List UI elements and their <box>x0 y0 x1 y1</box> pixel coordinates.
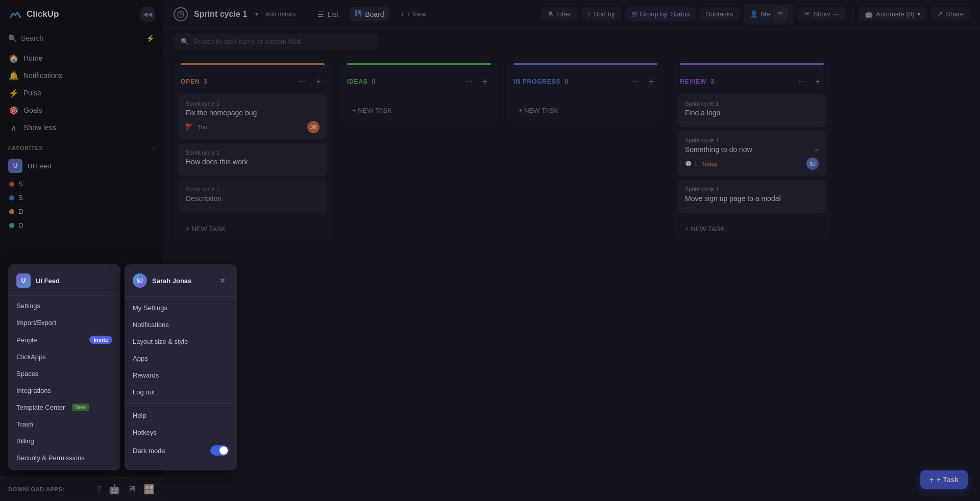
trash-label: Trash <box>16 420 33 428</box>
dark-mode-row[interactable]: Dark mode <box>125 441 237 460</box>
invite-badge: Invite <box>89 336 112 344</box>
security-label: Security & Permissions <box>16 454 85 462</box>
user-menu-my-settings[interactable]: My Settings <box>125 299 237 316</box>
user-menu-rewards[interactable]: Rewards <box>125 367 237 384</box>
people-label: People <box>16 336 37 344</box>
menu-item-clickapps[interactable]: ClickApps <box>8 348 120 365</box>
apps-label: Apps <box>133 355 148 362</box>
user-name: Sarah Jonas <box>152 277 191 285</box>
user-menu-notifications[interactable]: Notifications <box>125 316 237 333</box>
billing-label: Billing <box>16 437 34 445</box>
user-menu-container: U UI Feed Settings Import/Export People … <box>8 264 237 470</box>
user-menu-help[interactable]: Help <box>125 407 237 424</box>
new-badge: New <box>72 404 89 411</box>
menu-item-template-center[interactable]: Template Center New <box>8 399 120 416</box>
my-settings-label: My Settings <box>133 304 167 312</box>
spaces-label: Spaces <box>16 370 38 378</box>
user-submenu-header: SJ Sarah Jonas ✕ <box>125 268 237 293</box>
close-button[interactable]: ✕ <box>216 274 229 287</box>
user-menu-layout[interactable]: Layout size & style <box>125 333 237 350</box>
user-notifications-label: Notifications <box>133 321 169 329</box>
menu-item-import-export[interactable]: Import/Export <box>8 314 120 331</box>
workspace-menu-name: UI Feed <box>36 277 60 285</box>
menu-item-integrations[interactable]: Integrations <box>8 382 120 399</box>
workspace-menu-divider <box>8 295 120 295</box>
layout-label: Layout size & style <box>133 338 188 345</box>
workspace-menu-avatar: U <box>16 273 31 288</box>
help-label: Help <box>133 412 146 419</box>
toggle-knob <box>219 446 228 455</box>
user-submenu-info: SJ Sarah Jonas <box>133 273 191 288</box>
log-out-label: Log out <box>133 388 155 396</box>
workspace-menu-header: U UI Feed <box>8 268 120 293</box>
dark-mode-label: Dark mode <box>133 447 210 455</box>
template-center-label: Template Center <box>16 404 65 411</box>
hotkeys-label: Hotkeys <box>133 429 157 436</box>
settings-label: Settings <box>16 302 40 310</box>
user-menu-log-out[interactable]: Log out <box>125 384 237 400</box>
menu-item-security[interactable]: Security & Permissions <box>8 449 120 466</box>
user-submenu-divider-2 <box>125 404 237 404</box>
menu-item-billing[interactable]: Billing <box>8 433 120 449</box>
user-submenu-divider-1 <box>125 296 237 296</box>
menu-item-people[interactable]: People Invite <box>8 331 120 348</box>
integrations-label: Integrations <box>16 387 51 394</box>
user-submenu: SJ Sarah Jonas ✕ My Settings Notificatio… <box>125 264 237 470</box>
dark-mode-toggle[interactable] <box>210 445 229 456</box>
menu-item-settings[interactable]: Settings <box>8 297 120 314</box>
menu-item-spaces[interactable]: Spaces <box>8 365 120 382</box>
import-export-label: Import/Export <box>16 319 56 327</box>
workspace-menu: U UI Feed Settings Import/Export People … <box>8 264 120 470</box>
user-avatar: SJ <box>133 273 147 288</box>
clickapps-label: ClickApps <box>16 353 46 361</box>
rewards-label: Rewards <box>133 371 159 379</box>
user-menu-apps[interactable]: Apps <box>125 350 237 367</box>
user-menu-hotkeys[interactable]: Hotkeys <box>125 424 237 441</box>
menu-item-trash[interactable]: Trash <box>8 416 120 433</box>
